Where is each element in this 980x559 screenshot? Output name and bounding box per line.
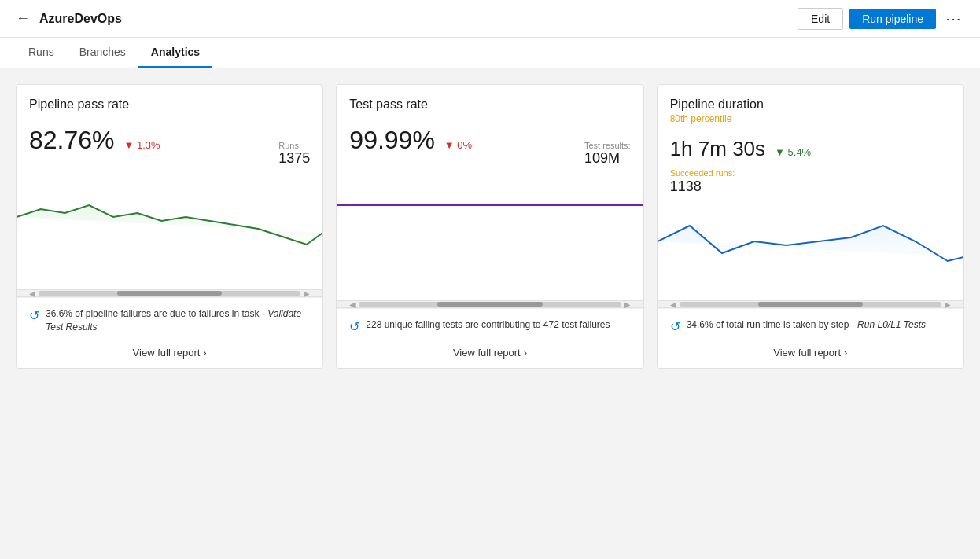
secondary-value-3: 1138 <box>670 178 702 194</box>
secondary-stat-1: Runs: 1375 <box>278 141 310 167</box>
back-icon: ← <box>16 10 30 27</box>
insight-icon-3: ↺ <box>670 319 680 334</box>
tab-runs[interactable]: Runs <box>16 38 67 68</box>
header: ← AzureDevOps Edit Run pipeline ⋯ <box>0 0 980 38</box>
change-badge-3: ▼ 5.4% <box>775 146 811 158</box>
scroll-right-3[interactable]: ▶ <box>945 300 951 309</box>
more-options-button[interactable]: ⋯ <box>942 9 964 28</box>
insight-icon-2: ↺ <box>349 319 359 334</box>
back-button[interactable]: ← <box>16 10 30 27</box>
scrollbar-track-1 <box>39 291 300 296</box>
scroll-left-3[interactable]: ◀ <box>670 300 676 309</box>
secondary-label-1: Runs: <box>278 141 310 150</box>
pipeline-duration-card: Pipeline duration 80th percentile 1h 7m … <box>657 84 964 369</box>
scrollbar-3[interactable]: ◀ ▶ <box>658 300 963 308</box>
view-report-2[interactable]: View full report › <box>349 342 630 359</box>
change-badge-2: ▼ 0% <box>444 139 472 151</box>
header-left: ← AzureDevOps <box>16 10 122 27</box>
app-title: AzureDevOps <box>39 12 122 26</box>
chart-1 <box>17 170 322 289</box>
secondary-label-3: Succeeded runs: <box>670 168 735 178</box>
card-footer-3: ↺ 34.6% of total run time is taken by st… <box>658 308 963 368</box>
card-title-3: Pipeline duration <box>670 97 951 112</box>
tab-analytics[interactable]: Analytics <box>138 38 212 68</box>
scrollbar-thumb-3 <box>758 302 863 307</box>
insight-text-1: 36.6% of pipeline failures are due to fa… <box>46 307 310 334</box>
view-report-3[interactable]: View full report › <box>670 342 951 359</box>
card-title-1: Pipeline pass rate <box>29 97 310 112</box>
scrollbar-thumb-2 <box>437 302 542 307</box>
scrollbar-track-3 <box>680 302 941 307</box>
secondary-value-1: 1375 <box>278 150 310 167</box>
svg-marker-0 <box>17 205 322 245</box>
main-content: Pipeline pass rate 82.76% ▼ 1.3% Runs: 1… <box>0 68 980 384</box>
secondary-stat-3-block: Succeeded runs: 1138 <box>658 164 963 198</box>
insight-text-3: 34.6% of total run time is taken by step… <box>687 318 926 332</box>
card-subtitle-3: 80th percentile <box>670 113 951 124</box>
scroll-left-2[interactable]: ◀ <box>349 300 356 309</box>
scroll-left-1[interactable]: ◀ <box>29 289 35 298</box>
card-stats-2: 99.99% ▼ 0% Test results: 109M <box>337 120 643 170</box>
insight-text-2: 228 unique failing tests are contributin… <box>366 318 610 332</box>
scroll-right-2[interactable]: ▶ <box>624 300 631 309</box>
secondary-label-2: Test results: <box>584 141 631 150</box>
test-pass-rate-card: Test pass rate 99.99% ▼ 0% Test results:… <box>336 84 643 369</box>
card-header-2: Test pass rate <box>337 85 643 120</box>
pipeline-pass-rate-card: Pipeline pass rate 82.76% ▼ 1.3% Runs: 1… <box>16 84 323 369</box>
secondary-value-2: 109M <box>584 150 631 167</box>
scroll-right-1[interactable]: ▶ <box>304 289 310 298</box>
chart-2 <box>337 170 643 300</box>
insight-1: ↺ 36.6% of pipeline failures are due to … <box>29 307 310 334</box>
change-badge-1: ▼ 1.3% <box>124 139 160 151</box>
view-report-1[interactable]: View full report › <box>29 342 310 359</box>
card-header-3: Pipeline duration 80th percentile <box>658 85 963 131</box>
card-header-1: Pipeline pass rate <box>17 85 322 120</box>
card-footer-2: ↺ 228 unique failing tests are contribut… <box>337 308 643 368</box>
tabs-bar: Runs Branches Analytics <box>0 38 980 68</box>
main-stat-3: 1h 7m 30s <box>670 137 765 161</box>
main-stat-1: 82.76% <box>29 126 115 155</box>
edit-button[interactable]: Edit <box>798 8 843 30</box>
card-footer-1: ↺ 36.6% of pipeline failures are due to … <box>17 297 322 368</box>
main-stat-2: 99.99% <box>349 126 435 155</box>
header-right: Edit Run pipeline ⋯ <box>798 8 964 30</box>
insight-2: ↺ 228 unique failing tests are contribut… <box>349 318 630 334</box>
tab-branches[interactable]: Branches <box>67 38 138 68</box>
card-stats-3: 1h 7m 30s ▼ 5.4% <box>658 131 963 164</box>
insight-3: ↺ 34.6% of total run time is taken by st… <box>670 318 951 334</box>
scrollbar-thumb-1 <box>117 291 222 296</box>
card-title-2: Test pass rate <box>349 97 630 112</box>
insight-icon-1: ↺ <box>29 308 39 323</box>
scrollbar-2[interactable]: ◀ ▶ <box>337 300 643 308</box>
scrollbar-track-2 <box>359 302 621 307</box>
card-stats-1: 82.76% ▼ 1.3% Runs: 1375 <box>17 120 322 170</box>
run-pipeline-button[interactable]: Run pipeline <box>849 9 936 29</box>
scrollbar-1[interactable]: ◀ ▶ <box>17 289 322 297</box>
chart-3 <box>658 198 963 300</box>
secondary-stat-2: Test results: 109M <box>584 141 631 167</box>
